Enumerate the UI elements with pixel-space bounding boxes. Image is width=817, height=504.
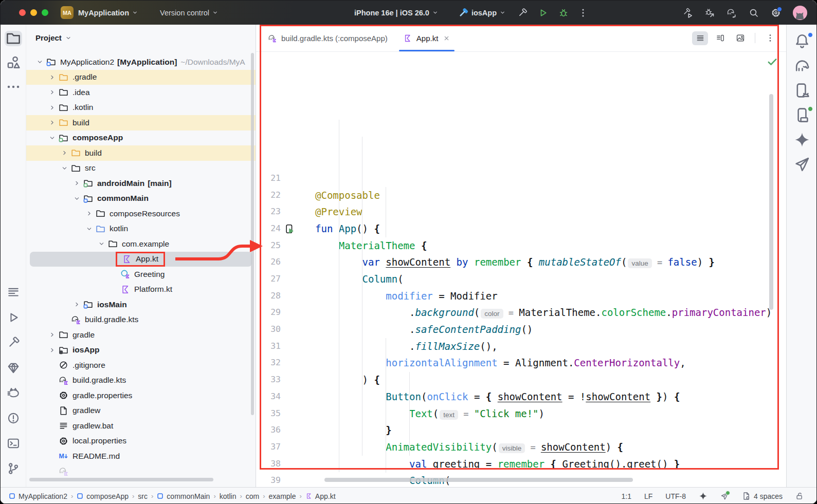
project-tool-button[interactable] <box>5 31 22 46</box>
settings-gear-icon[interactable] <box>771 8 781 18</box>
chevron-down-icon[interactable] <box>58 164 70 172</box>
airplane-tool-button[interactable] <box>792 156 812 173</box>
close-icon[interactable] <box>443 34 450 42</box>
chevron-down-icon[interactable] <box>33 58 46 66</box>
run-tool-button[interactable] <box>5 311 22 324</box>
editor-vertical-scrollbar[interactable] <box>769 94 773 310</box>
gem-tool-button[interactable] <box>5 361 22 375</box>
chevron-right-icon[interactable] <box>46 88 58 97</box>
tree-item-myapplication2[interactable]: MyApplication2[MyApplication]~/Downloads… <box>26 54 256 70</box>
resources-tool-button[interactable] <box>5 55 22 70</box>
git-branch-tool-button[interactable] <box>5 462 22 475</box>
attach-debugger-icon[interactable] <box>704 8 715 18</box>
problems-tool-button[interactable] <box>5 412 22 425</box>
line-separator[interactable]: LF <box>644 492 652 500</box>
tree-item-build-gradle-kts[interactable]: build.gradle.kts <box>26 373 256 388</box>
tree-item--gitignore[interactable]: .gitignore <box>26 358 256 373</box>
tree-item-androidmain[interactable]: androidMain[main] <box>26 176 256 191</box>
breadcrumb-item-composeapp[interactable]: composeApp <box>77 492 129 500</box>
notifications-tool-button[interactable] <box>792 33 812 49</box>
tree-item-iosapp[interactable]: iosApp <box>26 343 256 358</box>
breadcrumb-item-app-kt[interactable]: App.kt <box>305 492 336 500</box>
version-control-menu[interactable]: Version control <box>160 9 219 17</box>
inspections-ok-check-icon[interactable] <box>767 56 778 67</box>
code-editor[interactable]: 2122@Composable23@Preview24fun App() {25… <box>256 52 786 487</box>
editor-horizontal-scrollbar[interactable] <box>324 478 633 482</box>
todo-tool-button[interactable] <box>5 286 22 299</box>
breadcrumb-item-src[interactable]: src <box>138 492 148 500</box>
split-view-button[interactable] <box>712 31 728 45</box>
tree-item--kotlin[interactable]: .kotlin <box>26 100 256 116</box>
unlock-icon[interactable] <box>795 492 804 500</box>
editor-more-button[interactable] <box>762 31 778 45</box>
build-tool-button[interactable] <box>5 336 22 349</box>
project-tree-vertical-scrollbar[interactable] <box>251 53 254 415</box>
debug-button[interactable] <box>558 8 569 18</box>
logcat-tool-button[interactable] <box>5 386 22 400</box>
chevron-right-icon[interactable] <box>83 210 95 218</box>
gradle-sync-icon[interactable] <box>727 8 737 18</box>
tree-item-build[interactable]: build <box>26 145 256 161</box>
run-preview-gutter-icon[interactable] <box>285 224 295 234</box>
chevron-down-icon[interactable] <box>95 240 107 248</box>
more-actions-icon[interactable] <box>578 8 588 18</box>
running-devices-tool-button[interactable] <box>792 107 812 123</box>
tree-item-src[interactable]: src <box>26 161 256 176</box>
breadcrumb-item-example[interactable]: example <box>269 492 296 500</box>
tree-item-readme-md[interactable]: MREADME.md <box>26 449 256 464</box>
more-tool-windows-tool-button[interactable] <box>5 79 22 95</box>
tree-item-composeresources[interactable]: composeResources <box>26 206 256 221</box>
tree-item-composeapp[interactable]: composeApp <box>26 130 256 146</box>
project-tree-horizontal-scrollbar[interactable] <box>29 478 213 481</box>
breadcrumb-item-com[interactable]: com <box>246 492 259 500</box>
chevron-right-icon[interactable] <box>46 331 58 339</box>
tree-item-platform-kt[interactable]: Platform.kt <box>26 282 256 297</box>
chevron-right-icon[interactable] <box>70 301 83 309</box>
device-selector[interactable]: iPhone 16e | iOS 26.0 <box>354 9 439 17</box>
project-selector[interactable]: MyApplication <box>78 9 138 17</box>
caret-position[interactable]: 1:1 <box>621 492 631 500</box>
tree-item-com-example[interactable]: com.example <box>26 236 256 252</box>
build-and-run-icon[interactable] <box>682 8 693 18</box>
chevron-right-icon[interactable] <box>46 119 58 127</box>
zoom-window-button[interactable] <box>42 9 48 16</box>
tree-item-build-gradle-kts[interactable]: build.gradle.kts <box>26 312 256 328</box>
run-button[interactable] <box>538 8 548 18</box>
run-configuration-selector[interactable]: iosApp <box>471 9 506 17</box>
avatar[interactable] <box>793 6 807 20</box>
tree-item-build[interactable]: build <box>26 115 256 130</box>
chevron-down-icon[interactable] <box>83 225 95 233</box>
gemini-tool-button[interactable] <box>792 132 812 148</box>
file-encoding[interactable]: UTF-8 <box>665 492 686 500</box>
tree-item-gradle[interactable]: gradle <box>26 327 256 343</box>
tree-item-gradlew[interactable]: gradlew <box>26 403 256 419</box>
chevron-right-icon[interactable] <box>58 149 70 157</box>
breadcrumb-item-kotlin[interactable]: kotlin <box>220 492 237 500</box>
chevron-right-icon[interactable] <box>46 346 58 354</box>
editor-tab-app-kt[interactable]: App.kt <box>395 25 459 51</box>
breadcrumb-item-commonmain[interactable]: commonMain <box>157 492 210 500</box>
tree-item-iosmain[interactable]: iosMain <box>26 297 256 312</box>
indent-setting[interactable]: 4 spaces <box>742 492 783 500</box>
gradle-tool-button[interactable] <box>792 58 812 74</box>
preview-view-button[interactable] <box>732 31 748 45</box>
device-manager-tool-button[interactable] <box>792 82 812 99</box>
editor-tab-build-gradle-kts-composeapp-[interactable]: build.gradle.kts (:composeApp) <box>260 25 395 51</box>
chevron-right-icon[interactable] <box>70 179 83 188</box>
tree-item-kotlin[interactable]: kotlin <box>26 221 256 237</box>
build-hammer-icon[interactable] <box>517 8 528 18</box>
spark-icon[interactable] <box>699 492 707 500</box>
minimize-window-button[interactable] <box>30 9 37 16</box>
tree-item--idea[interactable]: .idea <box>26 85 256 100</box>
tree-item-gradlew-bat[interactable]: gradlew.bat <box>26 418 256 434</box>
tree-item--gradle[interactable]: .gradle <box>26 70 256 85</box>
airplane-icon[interactable] <box>720 492 729 500</box>
code-view-button[interactable] <box>692 31 708 45</box>
chevron-right-icon[interactable] <box>46 103 58 111</box>
search-everywhere-icon[interactable] <box>749 8 759 18</box>
terminal-tool-button[interactable] <box>5 437 22 450</box>
project-panel-header[interactable]: Project <box>26 25 256 46</box>
chevron-down-icon[interactable] <box>70 194 83 202</box>
tree-item-local-properties[interactable]: local.properties <box>26 434 256 449</box>
tree-item-commonmain[interactable]: commonMain <box>26 191 256 207</box>
